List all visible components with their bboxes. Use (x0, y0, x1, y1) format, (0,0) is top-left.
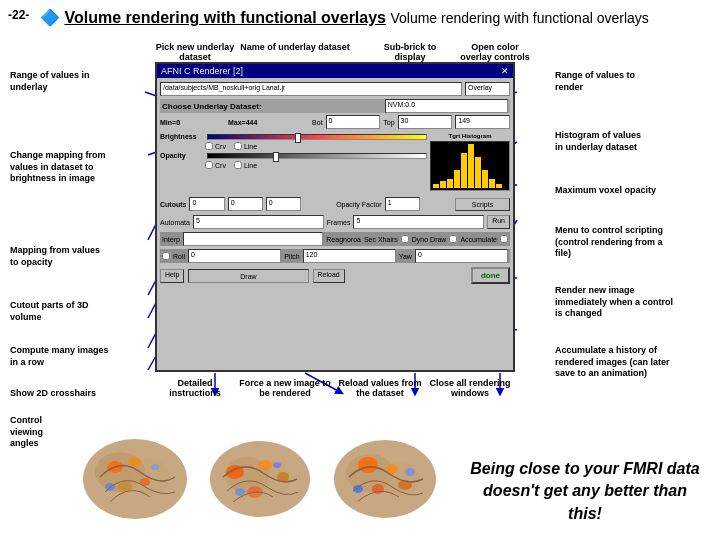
brain-images-section (80, 437, 440, 522)
gui-overlay-dropdown[interactable]: Overlay (465, 82, 510, 96)
brightness-slider-row: Brightness (160, 133, 427, 140)
draw-area[interactable]: Draw (188, 269, 308, 283)
opacity-slider[interactable] (207, 153, 427, 159)
title-rest: Volume rendering with functional overlay… (390, 10, 648, 26)
line-check1[interactable] (234, 142, 242, 150)
label-subbrick: Sub-brick to display (370, 42, 450, 62)
gui-top-label: Top (383, 119, 394, 126)
sec-xhairs-check[interactable] (401, 235, 409, 243)
page-number: -22- (8, 8, 29, 22)
gui-path-input[interactable]: /data/subjects/MB_noskull+orig Lanat.jr (160, 82, 462, 96)
label-reload-values: Reload values from the dataset (335, 378, 425, 398)
title-icon: 🔷 (40, 9, 64, 26)
crv-row1: Crv Line (160, 142, 427, 150)
dyno-draw-check[interactable] (449, 235, 457, 243)
brightness-slider[interactable] (207, 134, 427, 140)
ann-max-voxel: Maximum voxel opacity (555, 185, 656, 197)
crv-check2[interactable] (205, 161, 213, 169)
dyno-draw-label: Dyno Draw (412, 236, 447, 243)
cutout-val2[interactable]: 0 (228, 197, 263, 211)
ann-show-crosshairs: Show 2D crosshairs (10, 388, 96, 400)
opacity-slider-row: Opacity (160, 152, 427, 159)
ann-render-new: Render new imageimmediately when a contr… (555, 285, 673, 320)
ann-change-mapping: Change mapping fromvalues in dataset tob… (10, 150, 106, 185)
brain-image-3 (330, 437, 440, 522)
gui-bot-val[interactable]: 0 (326, 115, 381, 129)
ann-range-underlay: Range of values inunderlay (10, 70, 90, 93)
pitch-val[interactable]: 120 (303, 249, 396, 263)
gui-screenshot: AFNI C Renderer [2] ✕ /data/subjects/MB_… (155, 62, 515, 372)
i-check[interactable] (162, 252, 170, 260)
gui-minmax-label: Min=0 (160, 119, 225, 126)
frames-val[interactable]: 5 (353, 215, 484, 229)
ann-cutout-3d: Cutout parts of 3Dvolume (10, 300, 89, 323)
svg-point-34 (273, 462, 281, 468)
brain-image-2 (205, 437, 315, 522)
title-underlined: Volume rendering with functional overlay… (64, 9, 386, 26)
svg-point-42 (353, 485, 363, 493)
gui-max-label: Max=444 (228, 119, 257, 126)
line-check2[interactable] (234, 161, 242, 169)
ann-accumulate: Accumulate a history ofrendered images (… (555, 345, 670, 380)
svg-point-21 (129, 457, 141, 467)
automata-row: Automata 5 Frames 5 Run (160, 215, 510, 229)
gui-top-val1[interactable]: 30 (398, 115, 453, 129)
interp-row: Interp Reagnoroa Sec Xhairs Dyno Draw Ac… (160, 232, 510, 246)
roll-val[interactable]: 0 (188, 249, 281, 263)
interp-label: Interp (162, 236, 180, 243)
accumulate-check[interactable] (500, 235, 508, 243)
reload-button[interactable]: Reload (313, 269, 345, 283)
automata-val[interactable]: 5 (193, 215, 324, 229)
crv-check1[interactable] (205, 142, 213, 150)
frames-label: Frames (327, 219, 351, 226)
svg-point-33 (235, 488, 245, 496)
yaw-label: Yaw (399, 253, 412, 260)
ann-control-viewing: Controlviewingangles (10, 415, 43, 450)
crv-row2: Crv Line (160, 161, 427, 169)
interp-input[interactable] (183, 232, 323, 246)
ann-range-render: Range of values torender (555, 70, 635, 93)
main-title: 🔷 Volume rendering with functional overl… (40, 8, 649, 27)
ann-menu-scripting: Menu to control scripting(control render… (555, 225, 663, 260)
roll-label: Roll (173, 253, 185, 260)
gui-top-val2[interactable]: 149 (455, 115, 510, 129)
cutout-val1[interactable]: 0 (189, 197, 224, 211)
svg-point-43 (405, 468, 415, 476)
label-close-windows: Close all rendering windows (425, 378, 515, 398)
opacity-factor-label: Opacity Factor (336, 201, 382, 208)
gui-choose-label: Choose Underlay Dataset: (162, 102, 262, 111)
tgrt-hist-label: Tgrt Histogram (448, 133, 491, 139)
brain-image-1 (80, 437, 190, 522)
cutout-val3[interactable]: 0 (266, 197, 301, 211)
label-detailed: Detailed instructions (155, 378, 235, 398)
footer-buttons: Help Draw Reload done (160, 267, 510, 284)
svg-point-38 (358, 457, 378, 473)
yaw-val[interactable]: 0 (415, 249, 508, 263)
done-button[interactable]: done (471, 267, 510, 284)
help-button[interactable]: Help (160, 269, 184, 283)
angles-row: Roll 0 Pitch 120 Yaw 0 (160, 249, 510, 263)
automata-label: Automata (160, 219, 190, 226)
label-name-underlay: Name of underlay dataset (235, 42, 355, 52)
bottom-labels: Detailed instructions Force a new image … (155, 378, 515, 398)
gui-coord-input[interactable]: NVM:0.0 (385, 99, 508, 113)
sec-xhairs-label: Sec Xhairs (364, 236, 398, 243)
accumulate-label: Accumulate (460, 236, 497, 243)
bottom-italic-text: Being close to your FMRI data doesn't ge… (470, 458, 700, 525)
opacity-factor-val[interactable]: 1 (385, 197, 420, 211)
histogram-display (430, 141, 510, 191)
reag-label: Reagnoroa (326, 236, 361, 243)
pitch-label: Pitch (284, 253, 300, 260)
ann-compute-images: Compute many imagesin a row (10, 345, 109, 368)
ann-histogram: Histogram of valuesin underlay dataset (555, 130, 641, 153)
brightness-label: Brightness (160, 133, 205, 140)
scripts-button[interactable]: Scripts (455, 198, 510, 211)
svg-point-30 (258, 460, 272, 470)
cutouts-label: Cutouts (160, 201, 186, 208)
gui-bot-label: Bot (312, 119, 323, 126)
label-force-image: Force a new image to be rendered (235, 378, 335, 398)
label-pick-underlay: Pick new underlay dataset (155, 42, 235, 62)
svg-point-25 (151, 464, 159, 470)
cutouts-row: Cutouts 0 0 0 Opacity Factor 1 Scripts (160, 197, 510, 211)
run-btn[interactable]: Run (487, 215, 510, 229)
